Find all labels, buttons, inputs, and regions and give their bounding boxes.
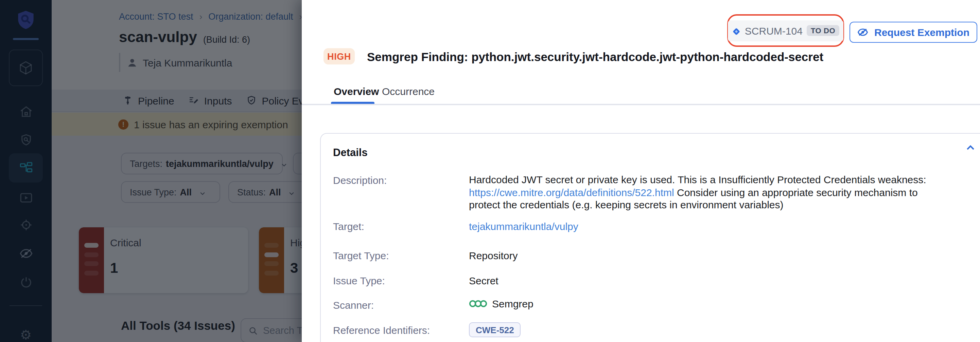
ticket-status-badge: TO DO <box>807 25 839 36</box>
request-exemption-button[interactable]: Request Exemption <box>850 22 977 43</box>
semgrep-logo-icon <box>469 299 487 308</box>
request-exemption-label: Request Exemption <box>874 27 969 38</box>
eye-off-icon <box>858 27 869 38</box>
tab-baseline <box>302 104 980 105</box>
reference-identifiers-label: Reference Identifiers: <box>333 325 430 336</box>
description-value: Hardcoded JWT secret or private key is u… <box>469 174 948 211</box>
jira-ticket-chip[interactable]: SCRUM-104 TO DO <box>728 20 843 41</box>
scanner-value: Semgrep <box>469 298 533 309</box>
jira-issue-icon <box>732 26 741 35</box>
target-link[interactable]: tejakummarikuntla/vulpy <box>469 220 578 232</box>
scanner-label: Scanner: <box>333 299 374 311</box>
description-text: Hardcoded JWT secret or private key is u… <box>469 174 926 185</box>
finding-title: Semgrep Finding: python.jwt.security.jwt… <box>367 50 823 65</box>
annotation-highlight-box: SCRUM-104 TO DO <box>727 14 844 47</box>
reference-identifiers-value: CWE-522 <box>469 322 521 337</box>
chevron-up-icon[interactable] <box>965 142 976 154</box>
cwe-chip[interactable]: CWE-522 <box>469 322 521 337</box>
app-root: ⚙ Account: STO test › Organization: defa… <box>0 0 980 342</box>
description-label: Description: <box>333 174 387 186</box>
tab-overview[interactable]: Overview <box>334 86 379 97</box>
issue-type-label: Issue Type: <box>333 275 385 287</box>
severity-badge-high: HIGH <box>323 48 355 65</box>
ticket-key: SCRUM-104 <box>745 25 803 36</box>
issue-details-drawer: SCRUM-104 TO DO Request Exemption HIGH S… <box>302 0 980 342</box>
details-heading: Details <box>333 147 368 159</box>
details-card: Details Description: Hardcoded JWT secre… <box>320 133 980 342</box>
target-type-value: Repository <box>469 250 517 261</box>
tab-occurrence[interactable]: Occurrence <box>382 86 434 97</box>
target-label: Target: <box>333 220 364 232</box>
scanner-name: Semgrep <box>492 298 533 309</box>
cwe-definition-link[interactable]: https://cwe.mitre.org/data/definitions/5… <box>469 186 674 198</box>
target-type-label: Target Type: <box>333 250 389 261</box>
issue-type-value: Secret <box>469 275 498 287</box>
